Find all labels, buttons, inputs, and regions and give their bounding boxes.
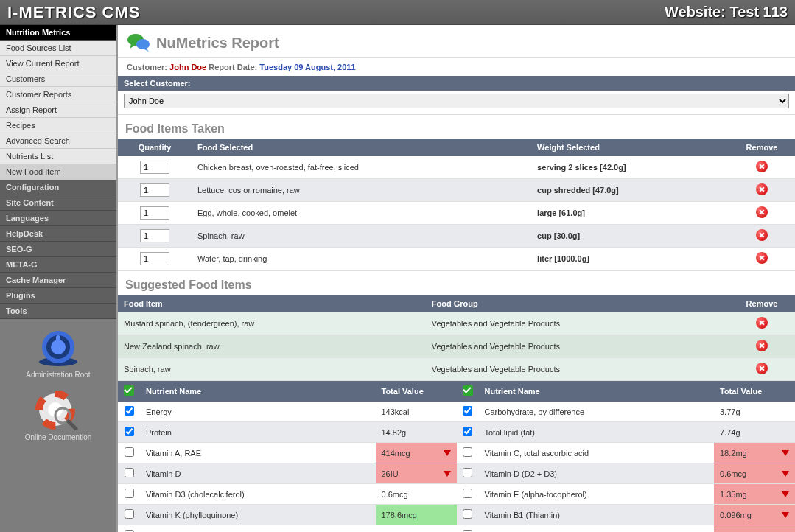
food-group: Vegetables and Vegetable Products	[426, 312, 729, 335]
svg-point-11	[136, 39, 150, 49]
nutrient-value: 143kcal	[376, 402, 457, 422]
sidebar-section-nutrition[interactable]: Nutrition Metrics	[0, 25, 116, 41]
sidebar-section[interactable]: Site Content	[0, 195, 116, 211]
delete-icon[interactable]	[756, 183, 768, 195]
arrow-down-icon	[444, 471, 451, 477]
weight-selected: large [61.0g]	[531, 202, 729, 225]
nutrient-row: Vitamin B2 (Riboflavin)0.339mg	[118, 525, 457, 533]
nutrient-name: Vitamin E (alpha-tocopherol)	[479, 484, 715, 505]
nutrient-row: Vitamin D3 (cholecalciferol)0.6mcg	[118, 484, 457, 505]
nutrient-value: 414mcg	[376, 443, 457, 463]
app-title: I-METRICS CMS	[7, 3, 140, 22]
online-doc-tool[interactable]: Online Documention	[0, 382, 116, 444]
sidebar-section[interactable]: Plugins	[0, 288, 116, 304]
quantity-input[interactable]	[140, 183, 169, 197]
table-row: Lettuce, cos or romaine, rawcup shredded…	[118, 179, 795, 202]
table-row: Spinach, rawcup [30.0g]	[118, 225, 795, 248]
nutrient-checkbox[interactable]	[125, 489, 134, 498]
report-icon	[127, 32, 150, 53]
sidebar-item[interactable]: Nutrients List	[0, 149, 116, 164]
sidebar-section[interactable]: SEO-G	[0, 242, 116, 257]
sidebar-section[interactable]: HelpDesk	[0, 226, 116, 242]
nutrient-checkbox[interactable]	[125, 468, 134, 477]
nutrient-name: Vitamin K (phylloquinone)	[140, 505, 376, 525]
weight-selected: cup [30.0g]	[531, 225, 729, 248]
sidebar-item[interactable]: New Food Item	[0, 164, 116, 180]
check-all-icon[interactable]	[463, 385, 473, 396]
nutrient-name: Vitamin D	[140, 463, 376, 484]
nutrient-value: 178.6mcg	[376, 505, 457, 525]
nutrient-value: 3.77g	[714, 402, 795, 422]
nutrient-row: Total lipid (fat)7.74g	[457, 422, 796, 443]
weight-selected: cup shredded [47.0g]	[531, 179, 729, 202]
nutrient-row: Protein14.82g	[118, 422, 457, 443]
customer-select[interactable]: John Doe	[124, 94, 789, 108]
nutrient-value: 26IU	[376, 463, 457, 484]
nutrient-name: Vitamin B2 (Riboflavin)	[140, 525, 376, 533]
nutrient-row: Vitamin B3 (Niacin)1.810mg	[457, 525, 796, 533]
report-info: Customer: John Doe Report Date: Tuesday …	[118, 58, 795, 76]
weight-selected: serving 2 slices [42.0g]	[531, 156, 729, 179]
nutrient-checkbox[interactable]	[463, 447, 472, 457]
nutrient-value: 14.82g	[376, 422, 457, 443]
food-item: New Zealand spinach, raw	[118, 335, 426, 358]
sidebar-item[interactable]: Recipes	[0, 118, 116, 133]
check-all-icon[interactable]	[124, 385, 134, 396]
arrow-down-icon	[782, 512, 789, 518]
nutrient-name: Vitamin D3 (cholecalciferol)	[140, 484, 376, 505]
nutrient-name: Energy	[140, 402, 376, 422]
nutrient-checkbox[interactable]	[125, 427, 134, 436]
food-taken-table: Quantity Food Selected Weight Selected R…	[118, 139, 795, 270]
sidebar-section[interactable]: Languages	[0, 211, 116, 226]
admin-root-tool[interactable]: Administration Root	[0, 319, 116, 382]
nutrient-row: Vitamin E (alpha-tocopherol)1.35mg	[457, 484, 796, 505]
sidebar-item[interactable]: Assign Report	[0, 102, 116, 118]
food-item: Mustard spinach, (tendergreen), raw	[118, 312, 426, 335]
nutrient-checkbox[interactable]	[463, 509, 472, 519]
sidebar-item[interactable]: Customer Reports	[0, 87, 116, 102]
nutrient-name: Total lipid (fat)	[479, 422, 715, 443]
nutrient-checkbox[interactable]	[463, 489, 472, 498]
nutrient-value: 1.35mg	[714, 484, 795, 505]
food-name: Egg, whole, cooked, omelet	[192, 202, 531, 225]
sidebar-item[interactable]: Food Sources List	[0, 41, 116, 56]
delete-icon[interactable]	[756, 161, 768, 172]
table-row: Water, tap, drinkingliter [1000.0g]	[118, 248, 795, 270]
sidebar-section[interactable]: META-G	[0, 257, 116, 273]
quantity-input[interactable]	[140, 161, 169, 174]
nutrient-checkbox[interactable]	[125, 447, 134, 457]
food-group: Vegetables and Vegetable Products	[426, 358, 729, 381]
quantity-input[interactable]	[140, 206, 169, 220]
delete-icon[interactable]	[756, 317, 768, 329]
delete-icon[interactable]	[756, 206, 768, 218]
table-row: Egg, whole, cooked, omeletlarge [61.0g]	[118, 202, 795, 225]
delete-icon[interactable]	[756, 340, 768, 351]
nutrient-value: 18.2mg	[714, 443, 795, 463]
food-name: Spinach, raw	[192, 225, 531, 248]
nutrient-checkbox[interactable]	[125, 509, 134, 519]
delete-icon[interactable]	[756, 363, 768, 374]
nutrient-checkbox[interactable]	[463, 468, 472, 477]
nutrient-row: Vitamin A, RAE414mcg	[118, 443, 457, 463]
food-item: Spinach, raw	[118, 358, 426, 381]
table-row: New Zealand spinach, rawVegetables and V…	[118, 335, 795, 358]
nutrient-checkbox[interactable]	[125, 406, 134, 416]
nutrients-table: Nutrient Name Total Value Energy143kcalP…	[118, 381, 795, 532]
sidebar-section[interactable]: Configuration	[0, 180, 116, 195]
sidebar-item[interactable]: Advanced Search	[0, 133, 116, 149]
sidebar-item[interactable]: Customers	[0, 71, 116, 87]
nutrient-checkbox[interactable]	[463, 406, 472, 416]
food-name: Lettuce, cos or romaine, raw	[192, 179, 531, 202]
delete-icon[interactable]	[756, 229, 768, 241]
nutrient-row: Vitamin C, total ascorbic acid18.2mg	[457, 443, 796, 463]
nutrient-checkbox[interactable]	[463, 427, 472, 436]
nutrient-name: Vitamin B1 (Thiamin)	[479, 505, 715, 525]
delete-icon[interactable]	[756, 252, 768, 264]
sidebar-item[interactable]: View Current Report	[0, 56, 116, 71]
quantity-input[interactable]	[140, 229, 169, 242]
quantity-input[interactable]	[140, 252, 169, 265]
sidebar-section[interactable]: Tools	[0, 304, 116, 319]
table-row: Chicken breast, oven-roasted, fat-free, …	[118, 156, 795, 179]
nutrient-row: Vitamin D (D2 + D3)0.6mcg	[457, 463, 796, 484]
sidebar-section[interactable]: Cache Manager	[0, 273, 116, 288]
